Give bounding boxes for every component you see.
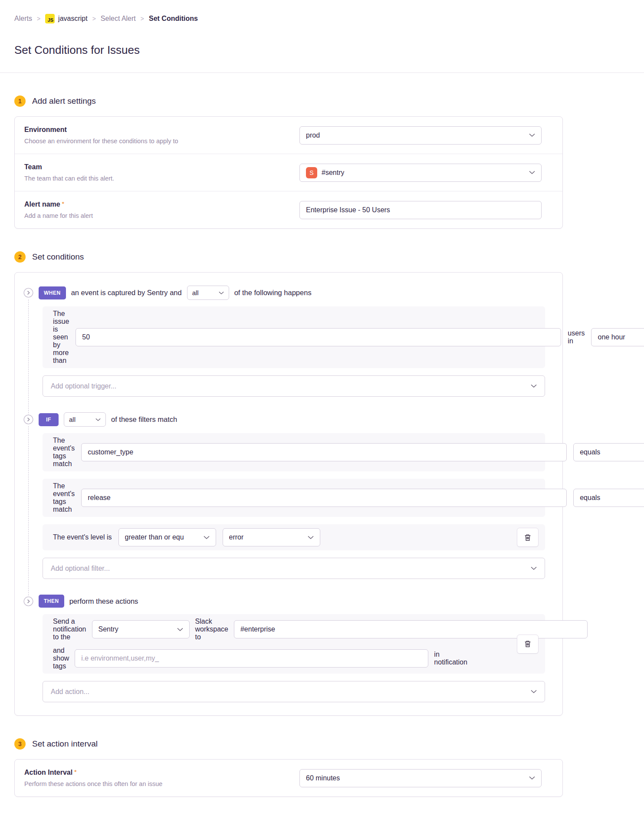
delete-action-button[interactable]: [517, 635, 539, 654]
condition-text-before: The issue is seen by more than: [53, 310, 69, 365]
required-asterisk: *: [74, 769, 76, 775]
environment-field-row: Environment Choose an environment for th…: [15, 117, 562, 154]
chevron-down-icon: [529, 133, 535, 137]
tag-operator-select[interactable]: equals: [573, 443, 644, 461]
action-row-slack: Send a notification to the Sentry Slack …: [43, 614, 545, 674]
environment-select-value: prod: [306, 132, 320, 139]
step-1-title: Add alert settings: [32, 96, 96, 106]
page-title: Set Conditions for Issues: [14, 43, 563, 57]
step-1-number-badge: 1: [14, 95, 26, 107]
level-value-select[interactable]: error: [223, 528, 320, 546]
team-select[interactable]: S #sentry: [299, 164, 542, 182]
trash-icon: [524, 534, 531, 541]
when-condition-row: The issue is seen by more than users in …: [43, 306, 545, 368]
step-3-heading: 3 Set action interval: [14, 738, 563, 750]
filter-row-tags-2: The event's tags match equals: [43, 479, 545, 517]
tag-operator-select[interactable]: equals: [573, 489, 644, 507]
breadcrumb-project-label: javascript: [58, 15, 88, 23]
collapse-chevron-icon[interactable]: [23, 414, 33, 424]
step-2-title: Set conditions: [32, 252, 84, 262]
if-match-select[interactable]: all: [64, 412, 106, 427]
when-text-after: of the following happens: [234, 289, 312, 297]
tag-key-input[interactable]: [81, 489, 567, 507]
alert-name-input[interactable]: [299, 201, 542, 219]
collapse-chevron-icon[interactable]: [23, 596, 33, 606]
step-3-number-badge: 3: [14, 738, 26, 750]
javascript-platform-icon: JS: [45, 14, 55, 23]
chevron-down-icon: [531, 566, 537, 570]
chevron-right-separator: >: [37, 15, 40, 22]
chevron-down-icon: [529, 171, 535, 174]
filter-label: The event's level is: [53, 533, 112, 541]
dashed-connector: [28, 299, 29, 418]
alert-settings-panel: Environment Choose an environment for th…: [14, 116, 563, 229]
when-group: WHEN an event is captured by Sentry and …: [23, 286, 545, 397]
step-2-number-badge: 2: [14, 251, 26, 263]
action-interval-panel: Action Interval* Perform these actions o…: [14, 759, 563, 797]
add-action-dropdown[interactable]: Add action...: [43, 681, 545, 702]
delete-filter-button[interactable]: [517, 528, 539, 547]
add-trigger-dropdown[interactable]: Add optional trigger...: [43, 375, 545, 397]
if-group: IF all of these filters match The event'…: [23, 412, 545, 579]
filter-label: The event's tags match: [53, 437, 75, 468]
tag-key-input[interactable]: [81, 443, 567, 461]
breadcrumb-current: Set Conditions: [149, 15, 198, 23]
chevron-right-separator: >: [141, 15, 144, 22]
team-select-value: #sentry: [322, 169, 344, 177]
action-text: in notification: [434, 651, 467, 666]
breadcrumb-select-alert[interactable]: Select Alert: [101, 15, 136, 23]
alert-name-field-row: Alert name* Add a name for this alert: [15, 191, 562, 228]
dashed-connector: [28, 426, 29, 600]
interval-select[interactable]: one hour: [591, 328, 644, 346]
filter-label: The event's tags match: [53, 482, 75, 513]
chevron-down-icon: [531, 384, 537, 388]
action-text: and show tags: [53, 647, 69, 670]
show-tags-input[interactable]: [75, 649, 428, 668]
then-group: THEN perform these actions Send a notifi…: [23, 595, 545, 702]
action-interval-select[interactable]: 60 minutes: [299, 769, 542, 787]
step-2-heading: 2 Set conditions: [14, 251, 563, 263]
when-badge: WHEN: [39, 286, 66, 299]
add-filter-dropdown[interactable]: Add optional filter...: [43, 558, 545, 579]
trash-icon: [524, 640, 531, 648]
action-text: Slack workspace to: [195, 618, 228, 641]
action-interval-value: 60 minutes: [306, 774, 340, 782]
required-asterisk: *: [62, 201, 64, 207]
step-1-heading: 1 Add alert settings: [14, 95, 563, 107]
condition-text-middle: users in: [568, 329, 585, 345]
team-label: Team: [24, 163, 286, 171]
then-badge: THEN: [39, 595, 64, 608]
then-text-after: perform these actions: [69, 597, 138, 605]
alert-name-label: Alert name*: [24, 201, 286, 208]
action-text: Send a notification to the: [53, 618, 86, 641]
chevron-right-separator: >: [92, 15, 96, 22]
team-help: The team that can edit this alert.: [24, 175, 286, 182]
action-interval-label: Action Interval*: [24, 769, 286, 776]
collapse-chevron-icon[interactable]: [23, 288, 33, 298]
if-badge: IF: [39, 413, 59, 426]
filter-row-tags-1: The event's tags match equals: [43, 433, 545, 471]
user-count-input[interactable]: [76, 328, 561, 346]
chevron-down-icon: [531, 690, 537, 694]
page-header: Alerts > JS javascript > Select Alert > …: [0, 0, 644, 57]
filter-row-level: The event's level is greater than or equ…: [43, 524, 545, 550]
environment-label: Environment: [24, 126, 286, 134]
breadcrumb: Alerts > JS javascript > Select Alert > …: [14, 14, 563, 23]
environment-select[interactable]: prod: [299, 126, 542, 145]
when-text-before: an event is captured by Sentry and: [71, 289, 182, 297]
header-divider: [0, 72, 644, 73]
step-3-title: Set action interval: [32, 739, 98, 749]
team-avatar: S: [306, 167, 317, 178]
workspace-select[interactable]: Sentry: [92, 620, 190, 638]
when-match-select[interactable]: all: [187, 286, 229, 300]
team-field-row: Team The team that can edit this alert. …: [15, 154, 562, 191]
environment-help: Choose an environment for these conditio…: [24, 138, 286, 145]
conditions-panel: WHEN an event is captured by Sentry and …: [14, 272, 563, 716]
breadcrumb-project[interactable]: JS javascript: [45, 14, 88, 23]
breadcrumb-alerts[interactable]: Alerts: [14, 15, 32, 23]
level-operator-select[interactable]: greater than or equ: [118, 528, 216, 546]
if-text-after: of these filters match: [111, 415, 177, 424]
action-interval-help: Perform these actions once this often fo…: [24, 780, 286, 787]
alert-name-help: Add a name for this alert: [24, 212, 286, 219]
action-interval-row: Action Interval* Perform these actions o…: [15, 760, 562, 796]
